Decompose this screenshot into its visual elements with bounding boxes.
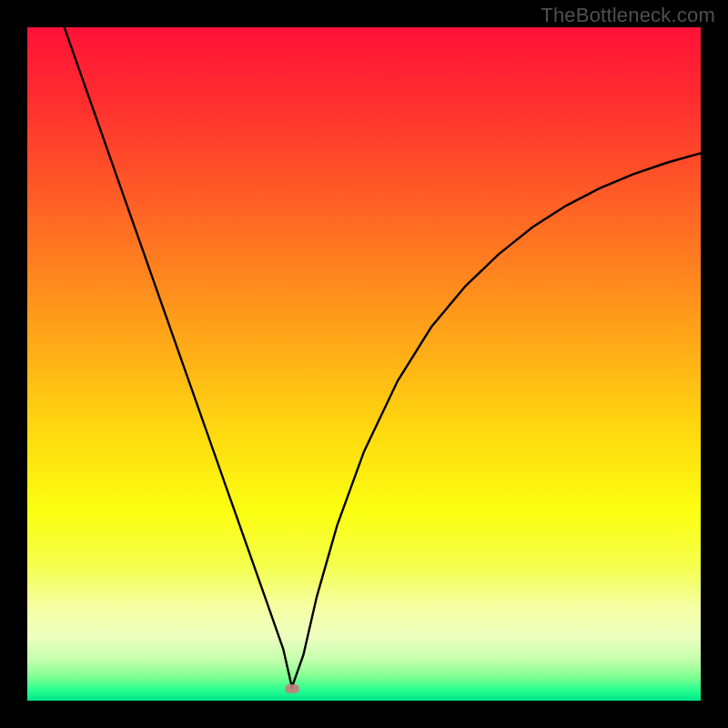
optimal-marker bbox=[285, 684, 299, 693]
attribution-text: TheBottleneck.com bbox=[541, 4, 715, 27]
chart-frame: TheBottleneck.com bbox=[0, 0, 728, 728]
bottleneck-curve bbox=[65, 27, 701, 687]
curve-layer bbox=[27, 27, 701, 701]
plot-area bbox=[27, 27, 701, 701]
